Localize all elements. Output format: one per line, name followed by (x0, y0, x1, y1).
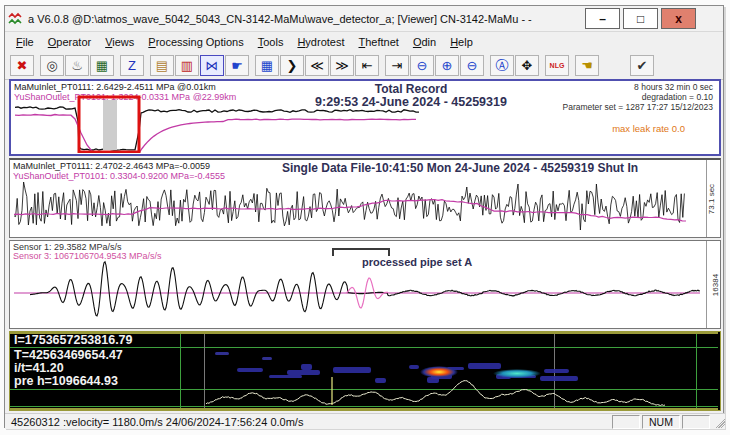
pipe-set-bracket (332, 248, 390, 256)
toolbar: ✖◎♨▦Z▤▥⋈☛▦❯≪≫⇤⇥⊖⊕⊖Ⓐ✥NLG☚✔ (5, 52, 723, 80)
record-info-line: 8 hours 32 min 0 sec (562, 82, 713, 92)
close-file-icon[interactable]: ✖ (10, 55, 34, 76)
menu-item-theftnet[interactable]: Theftnet (352, 34, 406, 50)
panel1-sensor-label-black: MaMuInlet_PT0111: 2.6429-2.4511 MPa @0.0… (14, 82, 216, 92)
spectrogram-blob (269, 375, 302, 378)
total-record-panel[interactable]: MaMuInlet_PT0111: 2.6429-2.4511 MPa @0.0… (9, 79, 721, 156)
menu-item-help[interactable]: Help (443, 34, 480, 50)
status-cell-empty (612, 415, 640, 429)
minimize-button[interactable]: – (585, 8, 620, 29)
confirm-check-icon[interactable]: ✔ (630, 55, 654, 76)
record-info-line: Parameter set = 1287 17:27 15/12/2023 (562, 102, 713, 112)
menu-item-tools[interactable]: Tools (251, 34, 291, 50)
title-bar[interactable]: a V6.0.8 @D:\atmos_wave_5042_5043_CN-314… (5, 6, 723, 32)
window-controls: – □ x (582, 8, 720, 29)
power-icon[interactable]: ◎ (40, 55, 64, 76)
analysis-value-line: T=42563469654.47 (14, 348, 123, 362)
resize-grip[interactable] (712, 415, 725, 428)
processed-pipe-set-label: processed pipe set A (362, 256, 472, 268)
spectrogram-blob (215, 352, 229, 355)
open-folder-icon[interactable]: ▤ (150, 55, 174, 76)
single-data-file-title: Single Data File-10:41:50 Mon 24-June 20… (200, 161, 720, 175)
total-record-title: Total Record (281, 82, 541, 96)
zoom-out-icon[interactable]: ⊖ (410, 55, 434, 76)
step-forward-icon[interactable]: ❯ (280, 55, 304, 76)
fast-back-icon[interactable]: ≪ (305, 55, 329, 76)
processed-pipe-panel[interactable]: Sensor 1: 29.3582 MPa/s/s Sensor 3: 1067… (9, 240, 721, 329)
sensor3-label: Sensor 3: 1067106704.9543 MPa/s/s (13, 251, 162, 261)
panel2-waveform (12, 174, 702, 238)
menu-item-operator[interactable]: Operator (41, 34, 98, 50)
menu-item-file[interactable]: File (9, 34, 41, 50)
spectrogram-blob (333, 367, 370, 372)
status-cell-empty (682, 415, 710, 429)
menu-item-hydrotest[interactable]: Hydrotest (290, 34, 351, 50)
spectrogram-cyan-blob (493, 369, 541, 378)
zoom-undo-icon[interactable]: ⊖ (460, 55, 484, 76)
panel3-waveform (12, 255, 702, 329)
spectrogram-hotspot (420, 366, 458, 378)
bowtie-view-icon[interactable]: ⋈ (200, 55, 224, 76)
toolbar-separator (144, 55, 149, 76)
table-view-icon[interactable]: ▦ (255, 55, 279, 76)
toolbar-separator (114, 55, 119, 76)
hand-tool-icon[interactable]: ☚ (575, 55, 599, 76)
fast-forward-icon[interactable]: ≫ (330, 55, 354, 76)
toolbar-separator (569, 55, 574, 76)
analysis-value-line: i/t=41.20 (14, 361, 64, 375)
alarm-jug-icon[interactable]: ♨ (65, 55, 89, 76)
toolbar-separator (379, 55, 384, 76)
zoom-in-icon[interactable]: ⊕ (435, 55, 459, 76)
status-text: 45260312 :velocity= 1180.0m/s 24/06/2024… (11, 416, 610, 428)
spectrogram-blob (468, 363, 501, 369)
spectrogram-blob (287, 370, 320, 374)
spectrogram-blob (409, 365, 419, 369)
total-record-subtitle: 9:29:53 24-June 2024 - 45259319 (261, 95, 561, 109)
record-info-block: 8 hours 32 min 0 secdegradation = 0.10Pa… (562, 82, 713, 112)
calculator-icon[interactable]: ▦ (90, 55, 114, 76)
fit-screen-icon[interactable]: ✥ (515, 55, 539, 76)
panel2-sensor-label-magenta: YuShanOutlet_PT0101: 0.3304-0.9200 MPa=-… (13, 171, 225, 181)
z-window-icon[interactable]: Z (120, 55, 144, 76)
menu-bar: FileOperatorViewsProcessing OptionsTools… (5, 32, 723, 52)
num-lock-indicator: NUM (642, 415, 680, 429)
analysis-value-line: pre h=1096644.93 (14, 374, 118, 388)
spectrogram-blob (540, 376, 578, 381)
first-record-icon[interactable]: ⇤ (355, 55, 379, 76)
toolbar-separator (249, 55, 254, 76)
chart-export-icon[interactable]: ▥ (175, 55, 199, 76)
spectrogram-blob (262, 357, 272, 360)
single-data-file-panel[interactable]: MaMuInlet_PT0111: 2.4702-2.4643 MPa=-0.0… (9, 158, 721, 238)
window-title: a V6.0.8 @D:\atmos_wave_5042_5043_CN-314… (28, 13, 582, 25)
menu-item-odin[interactable]: Odin (406, 34, 443, 50)
spectrogram-blob (237, 368, 263, 373)
last-record-icon[interactable]: ⇥ (385, 55, 409, 76)
menu-item-views[interactable]: Views (98, 34, 141, 50)
panel2-sensor-label-black: MaMuInlet_PT0111: 2.4702-2.4643 MPa=-0.0… (13, 161, 210, 171)
toolbar-separator (484, 55, 489, 76)
spectrogram-blob (544, 369, 569, 373)
app-icon (8, 12, 24, 26)
panel2-time-axis-label: 73.1 sec (706, 183, 715, 213)
panel1-sensor-label-magenta: YuShanOutlet_PT0101: 1.3224-0.0331 MPa @… (14, 92, 236, 102)
zoom-all-icon[interactable]: Ⓐ (490, 55, 514, 76)
app-window: a V6.0.8 @D:\atmos_wave_5042_5043_CN-314… (4, 5, 724, 428)
spectrogram-blob (375, 378, 386, 383)
maximize-button[interactable]: □ (623, 8, 658, 29)
nlg-icon[interactable]: NLG (545, 55, 569, 76)
menu-item-processing-options[interactable]: Processing Options (141, 34, 250, 50)
record-info-line: degradation = 0.10 (562, 92, 713, 102)
toolbar-separator (34, 55, 39, 76)
max-leak-rate-label: max leak rate 0.0 (612, 123, 685, 134)
panel3-gutter-line (706, 241, 707, 328)
hand-pick-icon[interactable]: ☛ (225, 55, 249, 76)
panel3-scale-label: 16384 (710, 273, 719, 295)
status-bar: 45260312 :velocity= 1180.0m/s 24/06/2024… (5, 413, 725, 429)
analysis-value-line: I=1753657253816.79 (14, 333, 133, 347)
toolbar-separator (539, 55, 544, 76)
close-button[interactable]: x (661, 8, 696, 29)
spectrogram-panel[interactable]: I=1753657253816.79T=42563469654.47i/t=41… (9, 331, 721, 411)
spectrogram-blob (301, 364, 312, 370)
